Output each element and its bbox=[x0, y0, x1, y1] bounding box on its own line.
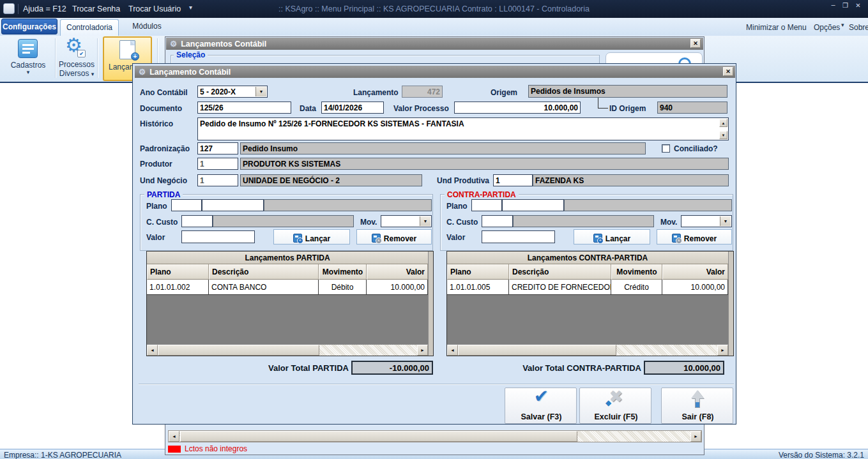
close-icon: ✕ bbox=[726, 68, 731, 75]
background-hscrollbar[interactable]: ◄ ► bbox=[168, 430, 702, 442]
contra-mov-combobox[interactable]: ▼ bbox=[681, 215, 732, 227]
scroll-right-icon[interactable]: ► bbox=[417, 345, 428, 356]
scroll-right-icon[interactable]: ► bbox=[717, 345, 728, 356]
ano-contabil-combobox[interactable]: 5 - 2020-X ▼ bbox=[197, 86, 268, 98]
contra-row-cell[interactable]: 10.000,00 bbox=[662, 280, 728, 295]
ano-contabil-label: Ano Contábil bbox=[140, 88, 188, 97]
partida-ccusto-code-field[interactable] bbox=[181, 215, 213, 227]
delete-x-icon: ✖ bbox=[580, 387, 652, 407]
lancar-icon: + bbox=[593, 234, 602, 243]
partida-mov-combobox[interactable]: ▼ bbox=[381, 215, 432, 227]
scroll-left-icon[interactable]: ◄ bbox=[169, 431, 179, 442]
partida-total-field: -10.000,00 bbox=[351, 361, 433, 375]
contra-valor-field[interactable] bbox=[482, 230, 555, 243]
documento-field[interactable]: 125/26 bbox=[197, 102, 291, 114]
padronizacao-code-field[interactable]: 127 bbox=[197, 142, 238, 154]
partida-plano-desc-field bbox=[264, 199, 432, 211]
restore-icon[interactable]: ❐ bbox=[841, 2, 850, 10]
contra-grid-vstrip[interactable] bbox=[728, 252, 733, 356]
valor-processo-label: Valor Processo bbox=[393, 104, 449, 113]
partida-plano-code1-field[interactable] bbox=[171, 199, 202, 211]
partida-ccusto-desc-field bbox=[213, 215, 354, 227]
partida-plano-label: Plano bbox=[146, 202, 167, 211]
minimize-icon[interactable]: – bbox=[828, 1, 838, 9]
scroll-down-icon[interactable]: ▼ bbox=[719, 131, 727, 139]
scrollbar-thumb[interactable] bbox=[458, 345, 616, 356]
ribbon-button-cadastros[interactable]: Cadastros ▾ bbox=[3, 37, 54, 80]
partida-title: PARTIDA bbox=[144, 190, 183, 199]
scrollbar-thumb[interactable] bbox=[158, 345, 319, 356]
app-menu-button[interactable]: Configurações bbox=[1, 19, 57, 34]
close-icon[interactable]: ✕ bbox=[853, 2, 863, 10]
contra-plano-code2-field[interactable] bbox=[502, 199, 564, 211]
contra-ccusto-code-field[interactable] bbox=[482, 215, 513, 227]
dialog-titlebar[interactable]: ⚙Lançamento Contábil bbox=[135, 66, 735, 78]
salvar-button[interactable]: ✔ Salvar (F3) bbox=[505, 388, 577, 424]
contra-lancar-button[interactable]: + Lançar bbox=[574, 229, 650, 245]
partida-grid: Lançamentos PARTIDA Plano Descrição Movi… bbox=[146, 251, 434, 356]
combo-arrow-icon[interactable]: ▼ bbox=[720, 216, 731, 226]
menu-minimizar-menu[interactable]: Minimizar o Menu bbox=[746, 23, 807, 32]
save-check-icon: ✔ bbox=[505, 386, 577, 407]
scroll-up-icon[interactable]: ▲ bbox=[719, 119, 727, 127]
dialog-title: Lançamento Contábil bbox=[149, 68, 231, 77]
valor-processo-field[interactable]: 10.000,00 bbox=[454, 102, 581, 114]
contra-col-movimento[interactable]: Movimento bbox=[611, 264, 662, 280]
und-produtiva-label: Und Produtiva bbox=[437, 176, 489, 185]
partida-row-cell[interactable]: Débito bbox=[319, 280, 367, 295]
partida-col-valor[interactable]: Valor bbox=[367, 264, 428, 280]
contra-row-cell[interactable]: CREDITO DE FORNECEDOR bbox=[509, 280, 611, 295]
window-title: :: KSAgro :: Menu Principal :: KS AGROPE… bbox=[0, 4, 868, 13]
partida-col-descricao[interactable]: Descrição bbox=[209, 264, 319, 280]
produtor-code-field[interactable]: 1 bbox=[197, 158, 238, 170]
partida-col-movimento[interactable]: Movimento bbox=[319, 264, 367, 280]
scroll-left-icon[interactable]: ◄ bbox=[447, 345, 458, 356]
und-produtiva-code-field[interactable]: 1 bbox=[493, 174, 533, 186]
background-window-titlebar[interactable]: ⚙Lançamentos Contábil bbox=[166, 38, 703, 50]
contra-row-cell[interactable]: Crédito bbox=[611, 280, 662, 295]
window-titlebar[interactable]: Ajuda = F12 Trocar Senha Trocar Usuário … bbox=[0, 0, 868, 18]
lancamento-label: Lançamento bbox=[353, 88, 399, 97]
menu-sobre[interactable]: Sobre bbox=[849, 23, 868, 32]
partida-col-plano[interactable]: Plano bbox=[147, 264, 209, 280]
tab-modulos[interactable]: Módulos bbox=[126, 22, 167, 34]
contra-plano-code1-field[interactable] bbox=[471, 199, 502, 211]
partida-plano-code2-field[interactable] bbox=[202, 199, 264, 211]
combo-arrow-icon[interactable]: ▼ bbox=[420, 216, 430, 226]
contra-col-plano[interactable]: Plano bbox=[447, 264, 509, 280]
partida-row-cell[interactable]: CONTA BANCO bbox=[209, 280, 319, 295]
partida-grid-hscrollbar[interactable]: ◄ ► bbox=[147, 344, 428, 356]
partida-valor-field[interactable] bbox=[181, 230, 255, 243]
conciliado-checkbox[interactable] bbox=[662, 144, 670, 153]
opcoes-caret-icon[interactable]: ▾ bbox=[841, 22, 844, 28]
combo-arrow-icon[interactable]: ▼ bbox=[255, 87, 266, 96]
data-field[interactable]: 14/01/2026 bbox=[321, 102, 384, 114]
contra-total-label: Valor Total CONTRA-PARTIDA bbox=[492, 363, 641, 373]
contra-col-valor[interactable]: Valor bbox=[662, 264, 728, 280]
partida-grid-vstrip[interactable] bbox=[428, 252, 433, 356]
partida-row-cell[interactable]: 10.000,00 bbox=[367, 280, 428, 295]
contra-row-cell[interactable]: 1.01.01.005 bbox=[447, 280, 509, 295]
partida-lancar-button[interactable]: + Lançar bbox=[273, 229, 350, 245]
processos-label-line2: Diversos ▾ bbox=[51, 69, 102, 78]
excluir-button[interactable]: ✖ ◆ Excluir (F5) bbox=[579, 388, 651, 424]
partida-remover-button[interactable]: × Remover bbox=[356, 229, 432, 245]
dialog-close-button[interactable]: ✕ bbox=[723, 67, 733, 76]
scroll-right-icon[interactable]: ► bbox=[690, 431, 701, 442]
calendar-check-icon: ✔ bbox=[77, 50, 86, 57]
contra-grid-hscrollbar[interactable]: ◄ ► bbox=[447, 344, 728, 356]
historico-field[interactable]: Pedido de Insumo Nº 125/26 1-FORNECEDOR … bbox=[197, 117, 729, 140]
scrollbar-thumb[interactable] bbox=[180, 431, 577, 442]
background-window-close-button[interactable]: ✕ bbox=[690, 39, 701, 48]
ribbon-button-processos-diversos[interactable]: ⚙ ✔ Processos Diversos ▾ bbox=[57, 37, 96, 80]
sair-button[interactable]: Sair (F8) bbox=[661, 388, 733, 424]
contra-col-descricao[interactable]: Descrição bbox=[509, 264, 611, 280]
lancamento-field: 472 bbox=[402, 86, 443, 98]
exit-arrow-stem-icon bbox=[695, 398, 700, 408]
und-negocio-code-field[interactable]: 1 bbox=[197, 174, 238, 186]
scroll-left-icon[interactable]: ◄ bbox=[147, 345, 158, 356]
lancar-icon: + bbox=[293, 234, 302, 243]
partida-row-cell[interactable]: 1.01.01.002 bbox=[147, 280, 209, 295]
menu-opcoes[interactable]: Opções bbox=[814, 23, 840, 32]
contra-remover-button[interactable]: × Remover bbox=[657, 229, 732, 245]
